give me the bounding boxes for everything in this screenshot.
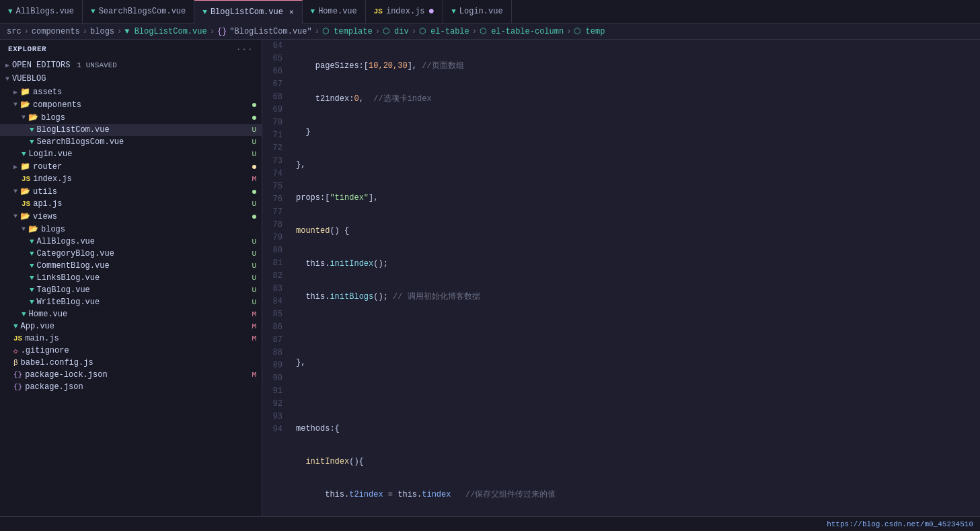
folder-icon: 📁 [20,162,30,172]
tab-home[interactable]: ▼ Home.vue [303,0,366,24]
item-label: SearchBlogsCom.vue [37,137,124,147]
sidebar-item-home[interactable]: ▼ Home.vue M [0,308,262,320]
js-icon: JS [374,7,383,15]
tab-login[interactable]: ▼ Login.vue [443,0,511,24]
git-status-badge: U [252,200,256,208]
status-bar: https://blog.csdn.net/m0_45234510 [0,516,980,531]
chevron-icon: ▼ [13,101,17,108]
sidebar-item-linksblog[interactable]: ▼ LinksBlog.vue U [0,272,262,284]
breadcrumb-components: components [32,27,80,36]
json-icon: {} [13,371,22,379]
tab-label: Login.vue [459,7,503,16]
sidebar-item-login[interactable]: ▼ Login.vue U [0,148,262,160]
explorer-header: EXPLORER ··· [0,40,262,59]
sidebar-item-babelconfig[interactable]: β babel.config.js [0,357,262,369]
code-line-76: initIndex(){ [296,456,975,468]
sidebar-item-writeblog[interactable]: ▼ WriteBlog.vue U [0,296,262,308]
code-line-77: this.t2index = this.tindex //保存父组件传过来的值 [296,489,975,501]
tab-bloglistcom[interactable]: ▼ BlogListCom.vue ✕ [194,0,302,24]
git-status-badge: M [252,322,256,330]
sidebar-item-gitignore[interactable]: ◇ .gitignore [0,345,262,357]
sidebar: EXPLORER ··· ▶ OPEN EDITORS 1 UNSAVED ▼ … [0,40,262,516]
sidebar-item-appvue[interactable]: ▼ App.vue M [0,320,262,332]
sidebar-item-blogs[interactable]: ▼ 📂 blogs [0,111,262,124]
breadcrumb-name: "BlogListCom.vue" [229,27,311,36]
chevron-icon: ▶ [5,61,9,69]
code-line-66: } [296,126,975,139]
explorer-dots[interactable]: ··· [236,45,254,53]
item-label: BlogListCom.vue [37,125,110,135]
git-status-badge: U [252,126,256,134]
close-tab-icon[interactable]: ✕ [289,7,294,16]
item-label: views [33,212,57,221]
item-label: index.js [33,174,72,184]
code-line-67: }, [296,159,975,172]
git-status-badge: U [252,274,256,282]
line-numbers: 6465666768 6970717273 7475767778 7980818… [262,40,291,516]
breadcrumb-div: ⬡ div [383,26,409,36]
sidebar-item-mainjs[interactable]: JS main.js M [0,332,262,345]
sidebar-item-categoryblog[interactable]: ▼ CategoryBlog.vue U [0,248,262,260]
vue-icon: ▼ [91,7,96,15]
sidebar-item-views[interactable]: ▼ 📂 views [0,210,262,223]
breadcrumb-file: ▼ BlogListCom.vue [124,27,206,36]
sidebar-item-components[interactable]: ▼ 📂 components [0,98,262,111]
modified-dot [252,190,256,194]
tab-allblogs[interactable]: ▼ AllBlogs.vue [0,0,83,24]
modified-icon: ● [428,6,435,17]
sidebar-item-packagelock[interactable]: {} package-lock.json M [0,369,262,381]
item-label: TagBlog.vue [37,285,90,295]
item-label: LinksBlog.vue [37,273,100,283]
code-line-73: }, [296,357,975,369]
item-label: main.js [25,334,59,343]
vue-icon: ▼ [30,274,34,282]
item-label: CategoryBlog.vue [37,249,114,258]
vue-icon: ▼ [30,298,34,306]
tab-bar: ▼ AllBlogs.vue ▼ SearchBlogsCom.vue ▼ Bl… [0,0,980,24]
git-icon: ◇ [13,347,18,355]
sidebar-item-indexjs[interactable]: JS index.js M [0,173,262,185]
sidebar-item-utils[interactable]: ▼ 📂 utils [0,185,262,198]
sidebar-item-allblogs[interactable]: ▼ AllBlogs.vue U [0,236,262,248]
chevron-icon: ▼ [22,225,26,233]
sidebar-item-searchblogscom[interactable]: ▼ SearchBlogsCom.vue U [0,136,262,148]
modified-dot [252,215,256,219]
item-label: blogs [41,225,65,234]
git-status-badge: U [252,150,256,158]
code-content[interactable]: pageSizes:[10,20,30], //页面数组 t2index:0, … [291,40,980,516]
status-url[interactable]: https://blog.csdn.net/m0_45234510 [827,520,973,528]
json-icon: {} [13,383,22,391]
breadcrumb-temp: ⬡ temp [574,26,605,36]
git-status-badge: U [252,138,256,146]
open-editors-section[interactable]: ▶ OPEN EDITORS 1 UNSAVED [0,59,262,72]
vue-icon: ▼ [451,7,456,15]
item-label: package.json [25,382,83,392]
code-line-68: props:["tindex"], [296,192,975,205]
unsaved-badge: 1 UNSAVED [77,61,116,69]
sidebar-item-assets[interactable]: ▶ 📁 assets [0,85,262,98]
git-status-badge: M [252,175,256,183]
vueblog-section[interactable]: ▼ VUEBLOG [0,72,262,85]
breadcrumb: src › components › blogs › ▼ BlogListCom… [0,24,980,40]
tab-searchblogs[interactable]: ▼ SearchBlogsCom.vue [83,0,194,24]
sidebar-item-router[interactable]: ▶ 📁 router [0,160,262,173]
vue-icon: ▼ [30,238,34,246]
sidebar-item-bloglistcom[interactable]: ▼ BlogListCom.vue U [0,124,262,136]
code-line-75: methods:{ [296,423,975,435]
sidebar-item-commentblog[interactable]: ▼ CommentBlog.vue U [0,260,262,272]
code-editor[interactable]: 6465666768 6970717273 7475767778 7980818… [262,40,980,516]
code-line-65: t2index:0, //选项卡index [296,93,975,106]
breadcrumb-template: ⬡ template [322,26,373,36]
vue-icon: ▼ [30,262,34,270]
sidebar-item-packagejson[interactable]: {} package.json [0,381,262,393]
sidebar-item-views-blogs[interactable]: ▼ 📂 blogs [0,223,262,236]
js-icon: JS [22,175,30,183]
chevron-icon: ▼ [5,75,9,83]
breadcrumb-bracket: {} [217,27,227,36]
sidebar-item-tagblog[interactable]: ▼ TagBlog.vue U [0,284,262,296]
code-line-74 [296,390,975,402]
modified-dot [252,103,256,107]
sidebar-item-apijs[interactable]: JS api.js U [0,198,262,210]
tab-indexjs[interactable]: JS index.js ● [366,0,443,24]
chevron-icon: ▼ [13,213,17,220]
